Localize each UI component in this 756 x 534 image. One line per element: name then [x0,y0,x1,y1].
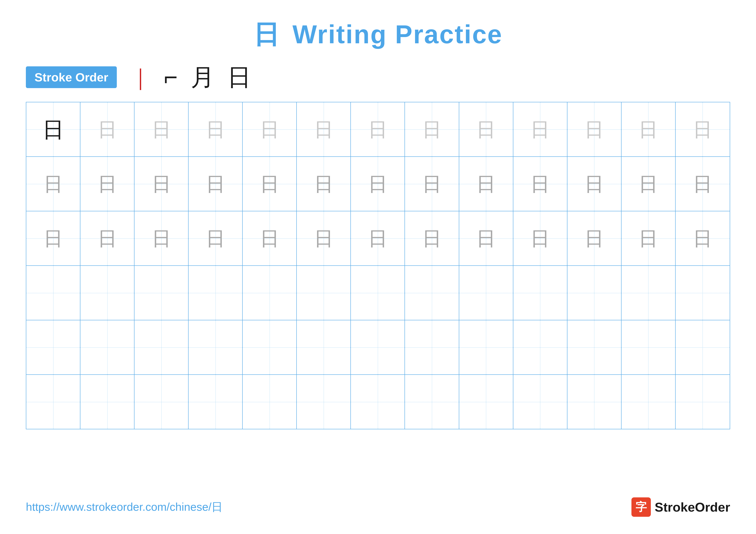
grid-cell[interactable]: 日 [567,157,622,211]
grid-cell[interactable] [189,375,243,429]
grid-cell[interactable] [676,266,730,320]
grid-cell[interactable] [459,320,513,374]
grid-cell[interactable] [567,320,622,374]
grid-cell[interactable] [351,375,405,429]
grid-cell[interactable]: 日 [622,157,676,211]
title-kanji: 日 [254,20,280,49]
grid-cell[interactable] [243,320,297,374]
grid-cell[interactable]: 日 [134,211,189,266]
grid-cell[interactable]: 日 [676,211,730,266]
grid-cell[interactable] [26,375,80,429]
title-label: Writing Practice [292,20,502,49]
cell-character: 日 [260,174,279,194]
grid-cell[interactable]: 日 [243,102,297,156]
grid-cell[interactable] [134,320,189,374]
grid-cell[interactable] [189,266,243,320]
grid-cell[interactable] [459,375,513,429]
cell-character: 日 [42,119,64,140]
cell-character: 日 [693,174,712,194]
grid-cell[interactable]: 日 [243,157,297,211]
grid-cell[interactable]: 日 [405,211,459,266]
grid-cell[interactable]: 日 [243,211,297,266]
grid-row[interactable]: 日日日日日日日日日日日日日 [26,157,730,211]
grid-cell[interactable]: 日 [189,102,243,156]
grid-cell[interactable]: 日 [513,211,567,266]
cell-character: 日 [97,229,117,248]
title-section: 日 Writing Practice [26,17,730,52]
grid-cell[interactable] [567,375,622,429]
grid-cell[interactable]: 日 [26,211,80,266]
grid-cell[interactable] [26,266,80,320]
grid-cell[interactable]: 日 [297,102,351,156]
grid-cell[interactable] [243,375,297,429]
grid-cell[interactable]: 日 [459,157,513,211]
stroke-step-3: 月 [191,65,214,89]
grid-cell[interactable]: 日 [405,102,459,156]
grid-cell[interactable] [676,375,730,429]
grid-cell[interactable]: 日 [622,102,676,156]
grid-cell[interactable]: 日 [351,102,405,156]
grid-cell[interactable]: 日 [351,211,405,266]
grid-cell[interactable] [405,375,459,429]
grid-cell[interactable]: 日 [405,157,459,211]
grid-cell[interactable] [622,320,676,374]
grid-cell[interactable]: 日 [676,157,730,211]
cell-character: 日 [476,120,496,139]
grid-cell[interactable]: 日 [676,102,730,156]
grid-cell[interactable] [134,375,189,429]
grid-row[interactable]: 日日日日日日日日日日日日日 [26,211,730,266]
grid-cell[interactable] [80,320,134,374]
grid-cell[interactable]: 日 [567,211,622,266]
grid-cell[interactable] [80,375,134,429]
grid-cell[interactable]: 日 [351,157,405,211]
grid-cell[interactable] [622,375,676,429]
stroke-step-4: 日 [228,65,251,89]
grid-cell[interactable] [243,266,297,320]
grid-cell[interactable]: 日 [80,157,134,211]
grid-row[interactable] [26,375,730,429]
grid-cell[interactable] [405,266,459,320]
practice-grid[interactable]: 日日日日日日日日日日日日日日日日日日日日日日日日日日日日日日日日日日日日日日日 [26,102,730,429]
grid-cell[interactable] [513,320,567,374]
grid-cell[interactable]: 日 [26,102,80,156]
grid-row[interactable] [26,320,730,375]
grid-cell[interactable] [297,375,351,429]
grid-cell[interactable] [26,320,80,374]
grid-row[interactable]: 日日日日日日日日日日日日日 [26,102,730,157]
grid-cell[interactable]: 日 [297,211,351,266]
grid-cell[interactable]: 日 [459,211,513,266]
grid-cell[interactable] [134,266,189,320]
grid-cell[interactable] [351,320,405,374]
cell-character: 日 [368,120,388,139]
grid-cell[interactable]: 日 [459,102,513,156]
grid-cell[interactable]: 日 [622,211,676,266]
grid-cell[interactable] [351,266,405,320]
grid-cell[interactable] [459,266,513,320]
grid-cell[interactable]: 日 [80,102,134,156]
grid-cell[interactable]: 日 [189,211,243,266]
cell-character: 日 [97,174,117,194]
grid-cell[interactable]: 日 [26,157,80,211]
grid-cell[interactable]: 日 [513,157,567,211]
grid-cell[interactable]: 日 [567,102,622,156]
grid-cell[interactable]: 日 [134,157,189,211]
grid-cell[interactable] [513,266,567,320]
grid-cell[interactable] [513,375,567,429]
grid-cell[interactable]: 日 [513,102,567,156]
cell-character: 日 [584,120,604,139]
grid-cell[interactable]: 日 [189,157,243,211]
grid-cell[interactable] [297,266,351,320]
stroke-step-2: ⌐ [164,65,177,89]
grid-cell[interactable] [622,266,676,320]
grid-cell[interactable] [567,266,622,320]
grid-cell[interactable] [80,266,134,320]
grid-cell[interactable]: 日 [80,211,134,266]
grid-cell[interactable] [676,320,730,374]
grid-cell[interactable] [405,320,459,374]
grid-cell[interactable] [189,320,243,374]
grid-cell[interactable]: 日 [297,157,351,211]
grid-row[interactable] [26,266,730,320]
footer-url[interactable]: https://www.strokeorder.com/chinese/日 [26,499,223,515]
grid-cell[interactable]: 日 [134,102,189,156]
grid-cell[interactable] [297,320,351,374]
